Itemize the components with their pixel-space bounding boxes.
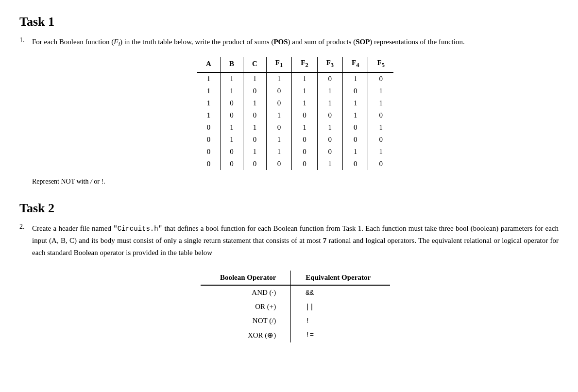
table-cell: 0	[292, 134, 317, 146]
table-cell: 1	[197, 109, 220, 121]
table-cell: 1	[292, 97, 317, 109]
task1-title: Task 1	[19, 15, 559, 29]
table-cell: 0	[343, 134, 368, 146]
col-header-F3: F3	[317, 57, 342, 72]
table-cell: 1	[220, 134, 243, 146]
table-cell: 0	[266, 158, 291, 170]
task1-section: Task 1 1. For each Boolean function (Fi)…	[19, 15, 559, 186]
task1-item: 1. For each Boolean function (Fi) in the…	[19, 36, 559, 186]
table-cell: 1	[317, 85, 342, 97]
table-cell: 0	[343, 121, 368, 134]
table-cell: 1	[243, 146, 266, 158]
table-cell: 1	[243, 121, 266, 134]
table-cell: 1	[243, 72, 266, 85]
table-cell: 0	[317, 146, 342, 158]
operator-cell: !	[291, 314, 390, 328]
table-cell: 0	[317, 134, 342, 146]
table-cell: 1	[343, 72, 368, 85]
table-cell: 1	[266, 72, 291, 85]
table-row: 11001101	[197, 85, 393, 97]
operator-table-header-row: Boolean Operator Equivalent Operator	[201, 271, 390, 285]
table-cell: 1	[317, 97, 342, 109]
table-cell: 1	[368, 85, 393, 97]
table-cell: 0	[368, 134, 393, 146]
table-row: 11111010	[197, 72, 393, 85]
table-row: 10101111	[197, 97, 393, 109]
table-cell: 0	[197, 121, 220, 134]
truth-table-container: A B C F1 F2 F3 F4 F5 1111101011001101101…	[32, 57, 559, 170]
op-col-boolean: Boolean Operator	[201, 271, 291, 285]
table-row: 01101101	[197, 121, 393, 134]
operator-table: Boolean Operator Equivalent Operator AND…	[201, 271, 390, 342]
task2-description: Create a header file named "Circuits.h" …	[32, 222, 559, 259]
table-cell: 0	[243, 85, 266, 97]
operator-cell: XOR (⊕)	[201, 328, 291, 342]
col-header-F2: F2	[292, 57, 317, 72]
table-cell: 1	[368, 121, 393, 134]
table-cell: 1	[343, 97, 368, 109]
table-cell: 1	[368, 97, 393, 109]
table-cell: 1	[243, 97, 266, 109]
table-cell: 0	[266, 121, 291, 134]
table-cell: 0	[266, 97, 291, 109]
table-cell: 1	[266, 109, 291, 121]
table-cell: 0	[220, 146, 243, 158]
table-cell: 0	[243, 109, 266, 121]
operator-cell: NOT (/)	[201, 314, 291, 328]
table-cell: 1	[317, 121, 342, 134]
table-cell: 1	[368, 146, 393, 158]
task2-title: Task 2	[19, 201, 559, 216]
table-cell: 0	[243, 158, 266, 170]
list-item: NOT (/)!	[201, 314, 390, 328]
col-header-A: A	[197, 57, 220, 72]
op-col-equivalent: Equivalent Operator	[291, 271, 390, 285]
table-cell: 1	[343, 109, 368, 121]
table-cell: 1	[220, 85, 243, 97]
table-cell: 1	[220, 72, 243, 85]
table-cell: 0	[368, 158, 393, 170]
operator-table-container: Boolean Operator Equivalent Operator AND…	[32, 266, 559, 342]
table-cell: 1	[292, 121, 317, 134]
table-cell: 0	[317, 109, 342, 121]
table-cell: 1	[197, 85, 220, 97]
table-row: 01010000	[197, 134, 393, 146]
table-cell: 0	[243, 134, 266, 146]
table-cell: 0	[292, 146, 317, 158]
table-cell: 1	[317, 158, 342, 170]
truth-table: A B C F1 F2 F3 F4 F5 1111101011001101101…	[197, 57, 393, 170]
table-cell: 0	[368, 109, 393, 121]
table-cell: 0	[266, 85, 291, 97]
table-cell: 0	[317, 72, 342, 85]
table-cell: 0	[197, 146, 220, 158]
table-cell: 0	[292, 158, 317, 170]
table-cell: 0	[220, 97, 243, 109]
truth-table-body: 1111101011001101101011111001001001101101…	[197, 72, 393, 170]
operator-cell: ||	[291, 300, 390, 314]
operator-cell: !=	[291, 328, 390, 342]
list-item: AND (·)&&	[201, 285, 390, 300]
list-item: OR (+)||	[201, 300, 390, 314]
task1-number: 1.	[19, 36, 28, 186]
operator-table-body: AND (·)&&OR (+)||NOT (/)!XOR (⊕)!=	[201, 285, 390, 342]
task1-content: For each Boolean function (Fi) in the tr…	[32, 36, 559, 186]
task2-number: 2.	[19, 222, 28, 350]
table-cell: 0	[220, 109, 243, 121]
task2-content: Create a header file named "Circuits.h" …	[32, 222, 559, 350]
operator-cell: AND (·)	[201, 285, 291, 300]
table-cell: 0	[368, 72, 393, 85]
table-cell: 1	[220, 121, 243, 134]
list-item: XOR (⊕)!=	[201, 328, 390, 342]
operator-cell: OR (+)	[201, 300, 291, 314]
col-header-F5: F5	[368, 57, 393, 72]
table-cell: 0	[292, 109, 317, 121]
col-header-F1: F1	[266, 57, 291, 72]
table-cell: 0	[343, 85, 368, 97]
table-cell: 0	[197, 134, 220, 146]
table-row: 00110011	[197, 146, 393, 158]
operator-cell: &&	[291, 285, 390, 300]
table-cell: 1	[266, 146, 291, 158]
col-header-B: B	[220, 57, 243, 72]
table-row: 10010010	[197, 109, 393, 121]
table-cell: 1	[197, 72, 220, 85]
table-cell: 0	[343, 158, 368, 170]
